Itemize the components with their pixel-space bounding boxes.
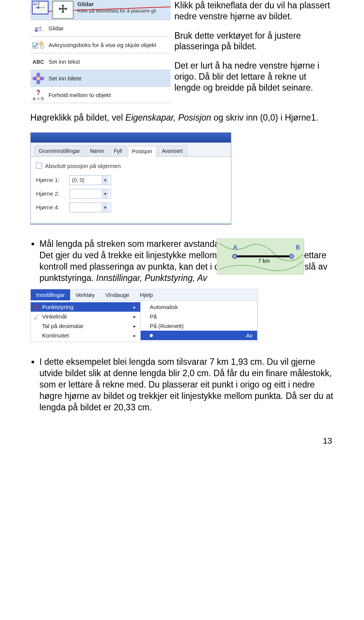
tool-row-relation[interactable]: ? a = b Forhold mellom to objekt [30,86,171,103]
submenu-pa-rutenett[interactable]: På (Rutenett) [141,321,257,331]
submenu-automatisk[interactable]: Automatisk [141,302,257,312]
annot-p3: Det er lurt å ha nedre venstre hjørne i … [174,60,334,93]
tab-posisjon[interactable]: Posisjon [128,146,156,157]
menu-vindauge[interactable]: Vindauge [100,289,135,300]
checkbox-toggle-icon [32,39,45,52]
corner1-value: (0, 0) [72,177,85,183]
relation-icon: ? a = b [32,88,45,101]
corner2-label: Hjørne 2: [36,190,66,197]
tool-row-checkbox[interactable]: Avkryssingsboks for å vise og skjule obj… [30,36,171,53]
tool-glidar-label-block: Glidar Klikk på teikneflata for å plasse… [77,1,156,14]
svg-point-2 [37,6,39,9]
map-scale-label: 7 km [258,258,270,264]
move-icon [52,1,74,19]
menu-item-vinkelmal[interactable]: Vinkelmål▸ [31,312,140,321]
menu-snippet: Innstillingar Verktøy Vindauge Hjelp Pun… [30,289,258,342]
bullet-example: I dette eksempelet blei lengda som tilsv… [39,356,334,413]
tool-row-glidar-active: a=2 Glidar Klikk på teikneflata for å pl… [30,0,171,20]
submenu-av[interactable]: Av [141,331,257,340]
map-point-b: B [296,244,300,251]
annotation-column: Klikk på teikneflata der du vil ha plass… [174,0,334,103]
slider-icon: a=2 [32,22,45,35]
tool-row-glidar[interactable]: a=2 Glidar [30,20,171,36]
corner4-label: Hjørne 4: [36,204,66,210]
menu-item-punktstyring[interactable]: Punktstyring▸ [31,302,140,312]
svg-point-15 [289,254,294,259]
tool-glidar-help: Klikk på teikneflata for å plassere gli [77,8,156,14]
tab-grunninnstillingar[interactable]: Grunninnstillingar [35,146,84,156]
svg-point-7 [40,45,44,49]
svg-point-6 [39,42,43,46]
annot-p1: Klikk på teikneflata der du vil ha plass… [174,0,334,22]
tool-label: Forhold mellom to objekt [49,92,111,98]
annot-p2: Bruk dette verktøyet for å justere plass… [174,30,334,52]
tool-label: Avkryssingsboks for å vise og skjule obj… [49,42,156,48]
corner2-combo[interactable]: ▾ [69,189,111,199]
tool-row-image[interactable]: Set inn bilete [30,70,171,86]
corner1-combo[interactable]: (0, 0) ▾ [69,175,111,185]
menu-item-desimalar[interactable]: Tal på desimalar▸ [31,321,140,331]
tool-panel: a=2 Glidar Klikk på teikneflata for å pl… [30,0,171,103]
menu-item-kontinuitet[interactable]: Kontinuitet▸ [31,331,140,340]
tool-label: Set inn bilete [49,75,82,82]
corner1-label: Hjørne 1: [36,177,66,183]
chevron-down-icon: ▾ [102,203,108,212]
tool-row-text[interactable]: ABC Set inn tekst [30,53,171,70]
corner4-combo[interactable]: ▾ [69,202,111,212]
menu-innstillingar[interactable]: Innstillingar [31,289,70,300]
absolute-position-checkbox[interactable] [36,163,42,169]
map-scale-snippet: A B 7 km [217,239,304,275]
svg-point-14 [232,254,237,259]
menu-hjelp[interactable]: Hjelp [135,289,158,300]
map-point-a: A [233,244,237,251]
tab-avansert[interactable]: Avansert [158,146,187,156]
menubar: Innstillingar Verktøy Vindauge Hjelp [31,289,257,301]
absolute-position-label: Absolutt posisjon på skjermen [45,163,121,169]
absolute-position-row: Absolutt posisjon på skjermen [36,163,226,169]
submenu-pa[interactable]: På [141,312,257,321]
dialog-tabs: Grunninnstillingar Namn Fyll Posisjon Av… [31,143,231,157]
chevron-down-icon: ▾ [102,190,108,198]
angle-icon [33,313,40,320]
tab-fyll[interactable]: Fyll [110,146,126,156]
tool-label: Glidar [49,25,64,31]
mid-instruction: Høgreklikk på bildet, vel Eigenskapar, P… [30,112,334,124]
menu-verktoy[interactable]: Verktøy [70,289,100,300]
dialog-titlebar [31,133,231,143]
tool-glidar-title: Glidar [77,1,94,7]
slider-small-icon: a=2 [32,1,49,14]
svg-point-12 [37,77,40,80]
flower-icon [32,72,45,85]
magnet-icon [33,304,40,311]
chevron-down-icon: ▾ [102,176,108,184]
tab-namn[interactable]: Namn [86,146,108,156]
text-icon: ABC [32,55,45,68]
tool-label: Set inn tekst [49,58,80,65]
radio-selected-icon [150,334,153,337]
properties-dialog: Grunninnstillingar Namn Fyll Posisjon Av… [30,132,231,225]
page-number: 13 [30,436,334,446]
